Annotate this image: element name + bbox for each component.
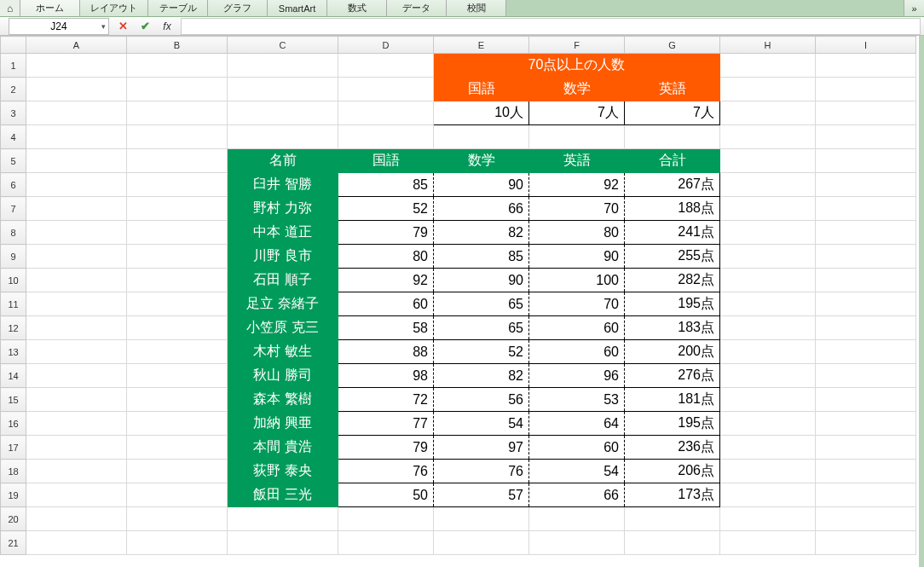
col-header[interactable]: I: [816, 37, 916, 54]
name-cell: 中本 道正: [228, 221, 338, 245]
column-header-row: A B C D E F G H I: [1, 37, 916, 54]
sheet-area: A B C D E F G H I 170点以上の人数2国語数学英語310人7人…: [0, 36, 924, 567]
table-row: 5名前国語数学英語合計: [1, 149, 916, 173]
row-header[interactable]: 12: [1, 316, 26, 340]
spreadsheet[interactable]: A B C D E F G H I 170点以上の人数2国語数学英語310人7人…: [0, 36, 916, 555]
score-cell: 80: [529, 221, 625, 245]
col-header[interactable]: B: [127, 37, 228, 54]
col-header[interactable]: C: [228, 37, 338, 54]
table-row: 18荻野 泰央767654206点: [1, 460, 916, 483]
row-header[interactable]: 6: [1, 173, 26, 197]
name-cell: 石田 順子: [228, 269, 338, 292]
summary-label: 国語: [434, 78, 529, 101]
row-header[interactable]: 15: [1, 388, 26, 412]
table-row: 13木村 敏生885260200点: [1, 340, 916, 364]
tab-home[interactable]: ホーム: [20, 0, 80, 16]
total-cell: 206点: [625, 460, 720, 483]
row-header[interactable]: 8: [1, 221, 26, 245]
name-box[interactable]: J24 ▾: [9, 18, 109, 35]
name-cell: 飯田 三光: [228, 483, 338, 507]
tab-review[interactable]: 校閲: [447, 0, 506, 16]
score-cell: 60: [529, 340, 625, 364]
row-header[interactable]: 9: [1, 245, 26, 269]
table-row: 14秋山 勝司988296276点: [1, 364, 916, 388]
formula-input[interactable]: [181, 18, 921, 35]
score-cell: 76: [434, 460, 529, 483]
row-header[interactable]: 1: [1, 54, 26, 78]
score-cell: 60: [338, 292, 434, 316]
total-cell: 200点: [625, 340, 720, 364]
score-cell: 64: [529, 412, 625, 436]
ribbon-spacer: [506, 0, 904, 16]
row-header[interactable]: 5: [1, 149, 26, 173]
tab-smartart[interactable]: SmartArt: [268, 0, 327, 16]
total-cell: 195点: [625, 292, 720, 316]
total-cell: 282点: [625, 269, 720, 292]
table-header: 数学: [434, 149, 529, 173]
score-cell: 100: [529, 269, 625, 292]
row-header[interactable]: 4: [1, 125, 26, 149]
score-cell: 50: [338, 483, 434, 507]
score-cell: 70: [529, 292, 625, 316]
row-header[interactable]: 14: [1, 364, 26, 388]
table-row: 21: [1, 531, 916, 555]
home-icon[interactable]: ⌂: [0, 0, 20, 16]
row-header[interactable]: 20: [1, 507, 26, 531]
name-cell: 荻野 泰央: [228, 460, 338, 483]
row-header[interactable]: 19: [1, 483, 26, 507]
score-cell: 76: [338, 460, 434, 483]
name-cell: 足立 奈緒子: [228, 292, 338, 316]
row-header[interactable]: 7: [1, 197, 26, 221]
name-box-dropdown-icon[interactable]: ▾: [101, 22, 106, 31]
table-row: 15森本 繁樹725653181点: [1, 388, 916, 412]
score-cell: 90: [434, 269, 529, 292]
ribbon-overflow-icon[interactable]: »: [904, 0, 924, 16]
row-header[interactable]: 2: [1, 78, 26, 101]
tab-data[interactable]: データ: [387, 0, 447, 16]
tab-layout[interactable]: レイアウト: [80, 0, 148, 16]
table-row: 2国語数学英語: [1, 78, 916, 101]
score-cell: 82: [434, 364, 529, 388]
row-header[interactable]: 10: [1, 269, 26, 292]
table-row: 17本間 貴浩799760236点: [1, 436, 916, 460]
table-header: 名前: [228, 149, 338, 173]
score-cell: 60: [529, 316, 625, 340]
name-cell: 加納 興亜: [228, 412, 338, 436]
row-header[interactable]: 17: [1, 436, 26, 460]
col-header[interactable]: G: [625, 37, 720, 54]
summary-label: 数学: [529, 78, 625, 101]
row-header[interactable]: 11: [1, 292, 26, 316]
score-cell: 60: [529, 436, 625, 460]
tab-table[interactable]: テーブル: [148, 0, 208, 16]
col-header[interactable]: F: [529, 37, 625, 54]
row-header[interactable]: 21: [1, 531, 26, 555]
col-header[interactable]: H: [720, 37, 816, 54]
tab-chart[interactable]: グラフ: [208, 0, 268, 16]
table-row: 7野村 力弥526670188点: [1, 197, 916, 221]
select-all-corner[interactable]: [1, 37, 26, 54]
fx-icon[interactable]: fx: [159, 18, 176, 35]
score-cell: 65: [434, 292, 529, 316]
score-cell: 79: [338, 221, 434, 245]
score-cell: 52: [338, 197, 434, 221]
col-header[interactable]: D: [338, 37, 434, 54]
name-cell: 野村 力弥: [228, 197, 338, 221]
row-header[interactable]: 13: [1, 340, 26, 364]
confirm-icon[interactable]: ✔: [136, 18, 153, 35]
name-box-value: J24: [50, 20, 66, 32]
name-cell: 川野 良市: [228, 245, 338, 269]
tab-formula[interactable]: 数式: [327, 0, 387, 16]
total-cell: 255点: [625, 245, 720, 269]
score-cell: 66: [434, 197, 529, 221]
score-cell: 98: [338, 364, 434, 388]
col-header[interactable]: E: [434, 37, 529, 54]
row-header[interactable]: 18: [1, 460, 26, 483]
table-row: 6臼井 智勝859092267点: [1, 173, 916, 197]
row-header[interactable]: 16: [1, 412, 26, 436]
cancel-icon[interactable]: ✕: [114, 18, 131, 35]
name-cell: 秋山 勝司: [228, 364, 338, 388]
total-cell: 173点: [625, 483, 720, 507]
score-cell: 97: [434, 436, 529, 460]
col-header[interactable]: A: [26, 37, 127, 54]
row-header[interactable]: 3: [1, 101, 26, 125]
